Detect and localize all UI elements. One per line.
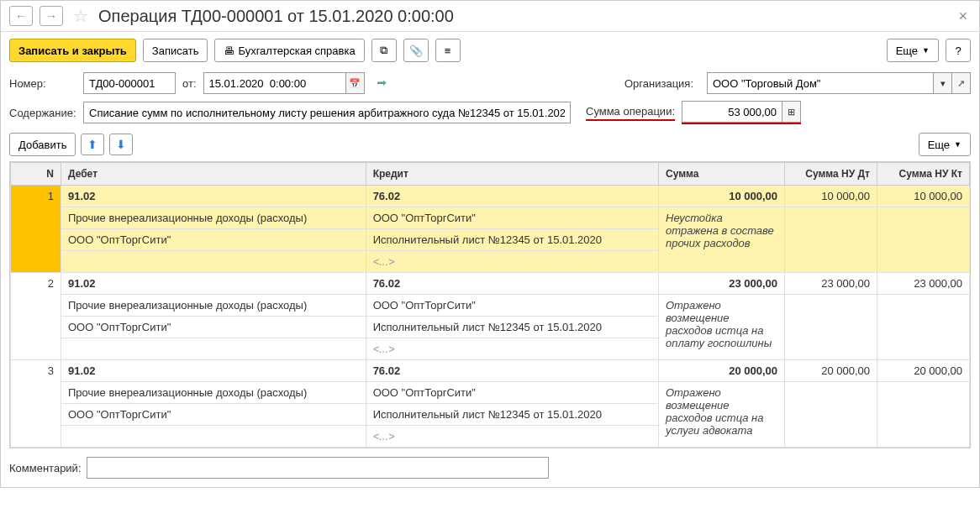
move-down-button[interactable]: ⬇ (109, 134, 133, 155)
row-nu-kt[interactable]: 23 000,00 (877, 273, 970, 295)
header-nu-kt[interactable]: Сумма НУ Кт (877, 163, 970, 186)
nav-back-button[interactable]: ← (9, 6, 33, 26)
paperclip-icon: 📎 (409, 45, 423, 57)
row-nu-kt[interactable]: 10 000,00 (877, 186, 970, 207)
list-button[interactable]: ≡ (435, 39, 461, 62)
credit-sub2[interactable]: Исполнительный лист №12345 от 15.01.2020 (366, 229, 658, 251)
row-nu-dt[interactable]: 23 000,00 (785, 273, 877, 295)
credit-sub3[interactable]: <...> (366, 338, 658, 360)
org-label: Организация: (624, 77, 700, 90)
content-field[interactable] (83, 102, 571, 123)
debit-account[interactable]: 91.02 (61, 360, 366, 382)
number-label: Номер: (9, 77, 76, 90)
save-button[interactable]: Записать (143, 39, 208, 62)
header-n[interactable]: N (11, 163, 61, 186)
arrow-up-icon: ⬆ (87, 138, 97, 151)
org-field[interactable] (707, 72, 934, 94)
row-description[interactable]: Отражено возмещение расходов истца на ус… (659, 382, 785, 448)
comment-label: Комментарий: (9, 462, 82, 474)
row-number[interactable]: 2 (11, 273, 61, 360)
header-credit[interactable]: Кредит (366, 163, 658, 186)
help-button[interactable]: ? (946, 39, 971, 62)
credit-sub1[interactable]: ООО "ОптТоргСити" (366, 382, 658, 404)
page-title: Операция ТД00-000001 от 15.01.2020 0:00:… (98, 7, 948, 26)
attach-button[interactable]: 📎 (403, 39, 429, 62)
sum-op-label: Сумма операции: (586, 105, 675, 121)
credit-sub2[interactable]: Исполнительный лист №12345 от 15.01.2020 (366, 317, 658, 338)
debit-sub1[interactable]: Прочие внереализационные доходы (расходы… (61, 382, 366, 404)
credit-account[interactable]: 76.02 (366, 273, 658, 295)
save-and-close-button[interactable]: Записать и закрыть (9, 39, 136, 62)
arrow-down-icon: ⬇ (116, 138, 126, 151)
credit-sub3[interactable]: <...> (366, 251, 658, 273)
row-number[interactable]: 1 (11, 186, 61, 273)
row-amount[interactable]: 10 000,00 (659, 186, 785, 207)
number-field[interactable] (83, 72, 176, 94)
row-description[interactable]: Отражено возмещение расходов истца на оп… (659, 295, 785, 360)
accounting-reference-button[interactable]: 🖶 Бухгалтерская справка (214, 39, 364, 62)
close-icon[interactable]: × (955, 8, 971, 25)
debit-sub2[interactable]: ООО "ОптТоргСити" (61, 317, 366, 338)
credit-sub3[interactable]: <...> (366, 426, 658, 448)
open-icon[interactable]: ↗ (952, 72, 971, 94)
header-debit[interactable]: Дебет (61, 163, 366, 186)
credit-sub2[interactable]: Исполнительный лист №12345 от 15.01.2020 (366, 404, 658, 426)
comment-field[interactable] (87, 457, 549, 479)
list-icon: ≡ (445, 45, 451, 57)
more-button[interactable]: Еще▼ (887, 39, 939, 62)
credit-account[interactable]: 76.02 (366, 360, 658, 382)
debit-account[interactable]: 91.02 (61, 186, 366, 207)
credit-account[interactable]: 76.02 (366, 186, 658, 207)
row-nu-dt[interactable]: 10 000,00 (785, 186, 877, 207)
entries-table: N Дебет Кредит Сумма Сумма НУ Дт Сумма Н… (10, 162, 970, 448)
favorite-star-icon[interactable]: ☆ (73, 6, 88, 26)
debit-sub1[interactable]: Прочие внереализационные доходы (расходы… (61, 207, 366, 229)
calendar-icon[interactable]: 📅 (346, 72, 365, 94)
row-nu-dt[interactable]: 20 000,00 (785, 360, 877, 382)
from-label: от: (182, 77, 197, 90)
row-number[interactable]: 3 (11, 360, 61, 448)
credit-sub1[interactable]: ООО "ОптТоргСити" (366, 207, 658, 229)
sum-op-field[interactable] (682, 101, 782, 123)
row-amount[interactable]: 23 000,00 (659, 273, 785, 295)
credit-sub1[interactable]: ООО "ОптТоргСити" (366, 295, 658, 317)
nav-forward-button[interactable]: → (40, 6, 63, 26)
row-amount[interactable]: 20 000,00 (659, 360, 785, 382)
content-label: Содержание: (9, 107, 76, 119)
date-field[interactable] (203, 72, 346, 94)
chevron-down-icon: ▼ (922, 46, 930, 55)
debit-sub1[interactable]: Прочие внереализационные доходы (расходы… (61, 295, 366, 317)
move-up-button[interactable]: ⬆ (81, 134, 104, 155)
row-description[interactable]: Неустойка отражена в составе прочих расх… (659, 207, 785, 273)
calculator-icon[interactable]: ⊞ (782, 101, 801, 123)
add-row-button[interactable]: Добавить (9, 133, 76, 156)
dropdown-icon[interactable]: ▾ (934, 72, 952, 94)
debit-sub2[interactable]: ООО "ОптТоргСити" (61, 404, 366, 426)
structure-button[interactable]: ⧉ (371, 39, 397, 62)
chevron-down-icon: ▼ (954, 140, 962, 149)
header-sum[interactable]: Сумма (659, 163, 785, 186)
row-nu-kt[interactable]: 20 000,00 (877, 360, 970, 382)
structure-icon: ⧉ (380, 44, 387, 57)
post-icon[interactable]: ⮕ (377, 77, 387, 90)
debit-account[interactable]: 91.02 (61, 273, 366, 295)
debit-sub2[interactable]: ООО "ОптТоргСити" (61, 229, 366, 251)
table-more-button[interactable]: Еще▼ (919, 133, 971, 156)
printer-icon: 🖶 (224, 45, 234, 57)
header-nu-dt[interactable]: Сумма НУ Дт (785, 163, 877, 186)
